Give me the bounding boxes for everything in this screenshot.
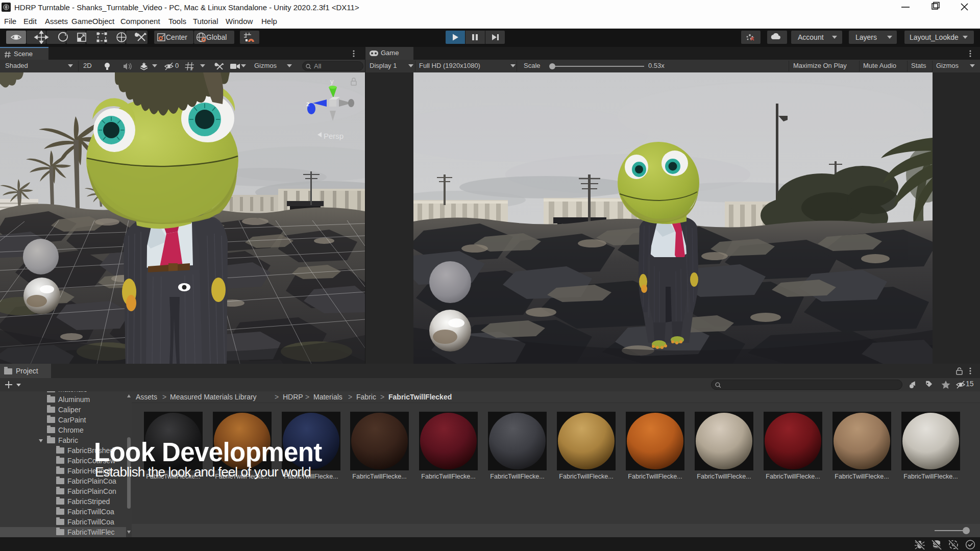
svg-text:Persp: Persp xyxy=(324,132,344,140)
svg-text:y: y xyxy=(330,78,334,85)
svg-text:Y: Y xyxy=(190,66,193,71)
svg-text:z: z xyxy=(306,100,310,108)
